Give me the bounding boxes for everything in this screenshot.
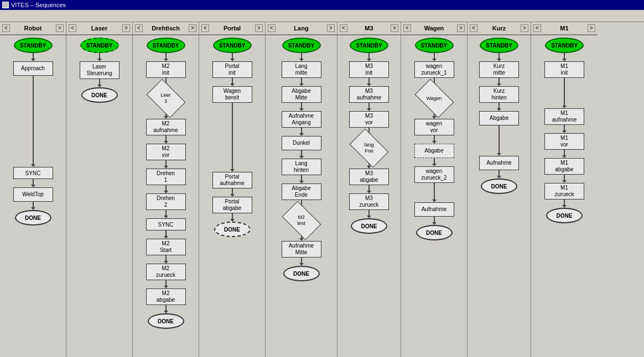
laser-done: DONE — [81, 87, 118, 103]
kurz-flow: STANDBY Kurzmitte Kurzhinten Abgabe Aufn… — [468, 35, 531, 194]
col-nav-right-drehtisch[interactable]: > — [189, 24, 196, 32]
m3-langfrei-diamond: langFrei — [350, 136, 388, 160]
column-m3: < M3 > STANDBY M3init M3aufnahme M3vor l… — [337, 22, 401, 357]
v2 — [99, 79, 100, 85]
m3-init: M3init — [349, 61, 389, 78]
col-nav-left-lang[interactable]: < — [268, 24, 276, 32]
drehtisch-m2zurueck: M2zurueck — [146, 264, 186, 280]
portal-abgabe: Portalabgabe — [212, 197, 252, 213]
col-title-robot: Robot — [10, 25, 56, 32]
portal-aufnahme: Portalaufnahme — [212, 172, 252, 188]
kurz-standby: STANDBY — [480, 38, 518, 53]
col-nav-left-m3[interactable]: < — [340, 24, 347, 32]
wagen-done: DONE — [416, 225, 453, 240]
portal-wagenbereit: Wagenbereit — [212, 86, 252, 103]
column-lang: < Lang > STANDBY Langmitte AbgabeMitte A… — [266, 22, 337, 357]
drehtisch-m2init: M2init — [146, 61, 186, 78]
lang-done: DONE — [283, 266, 320, 281]
laser-flow: STANDBY LaserSteuerung DONE — [66, 35, 132, 103]
col-nav-right-lang[interactable]: > — [327, 24, 335, 32]
robot-done: DONE — [15, 210, 51, 225]
col-nav-left-drehtisch[interactable]: < — [135, 24, 143, 32]
robot-sync: SYNC — [13, 167, 53, 179]
laser-steuerung: LaserSteuerung — [80, 61, 120, 79]
m3-zurueck: M3zurueck — [349, 193, 389, 210]
wagen-diamond: Wagen — [415, 86, 454, 111]
m1-aufnahme: M1aufnahme — [544, 108, 584, 125]
portal-init: Portalinit — [212, 61, 252, 78]
column-drehtisch: < Drehtisch > STANDBY M2init Leer3 M2auf… — [133, 22, 199, 357]
title-bar: VITES – Sequences — [0, 0, 644, 10]
main-container: < Robot > STANDBY Approach SYNC WeldTop … — [0, 10, 644, 357]
drehtisch-m2start: M2Start — [146, 239, 186, 255]
lang-flow: STANDBY Langmitte AbgabeMitte AufnahmeAn… — [266, 35, 337, 281]
column-m1: < M1 > STANDBY M1init M1aufnahme M1vor M… — [531, 22, 598, 357]
kurz-hinten: Kurzhinten — [479, 86, 519, 103]
kurz-aufnahme: Aufnahme — [479, 156, 519, 170]
drehtisch-done: DONE — [148, 313, 184, 329]
m1-standby: STANDBY — [545, 38, 584, 53]
m1-init: M1init — [544, 61, 584, 78]
drehtisch-m2vor: M2vor — [146, 144, 186, 160]
drehtisch-drehen2: Drehen2 — [146, 193, 186, 210]
col-nav-right-laser[interactable]: > — [122, 24, 130, 32]
m3-abgabe: M3abgabe — [349, 169, 389, 185]
col-title-wagen: Wagen — [411, 25, 457, 32]
portal-standby: STANDBY — [213, 38, 252, 53]
wagen-aufnahme: Aufnahme — [414, 202, 454, 217]
drehtisch-sync: SYNC — [146, 218, 186, 230]
col-nav-left-wagen[interactable]: < — [403, 24, 411, 32]
app-icon — [2, 2, 9, 8]
column-header-laser: < Laser > — [66, 22, 132, 35]
column-wagen: < Wagen > STANDBY wagenzurueck_1 Wagen w… — [401, 22, 468, 357]
wagen-abgabe: Abgabe — [414, 144, 454, 158]
col-nav-right-m3[interactable]: > — [391, 24, 398, 32]
column-header-robot: < Robot > — [0, 22, 66, 35]
col-title-m1: M1 — [541, 25, 588, 32]
col-nav-right-robot[interactable]: > — [56, 24, 64, 32]
col-nav-right-portal[interactable]: > — [255, 24, 263, 32]
col-nav-left-kurz[interactable]: < — [470, 24, 477, 32]
wagen-standby: STANDBY — [415, 38, 454, 53]
col-nav-right-wagen[interactable]: > — [457, 24, 465, 32]
drehtisch-m2aufnahme: M2aufnahme — [146, 119, 186, 135]
lang-abgabe-ende: AbgabeEnde — [282, 183, 321, 200]
lang-standby: STANDBY — [282, 38, 321, 53]
portal-done: DONE — [214, 222, 251, 237]
lang-abgabe-mitte: AbgabeMitte — [282, 86, 321, 103]
col-title-drehtisch: Drehtisch — [143, 25, 189, 32]
robot-approach: Approach — [13, 61, 53, 76]
m3-done: DONE — [351, 218, 387, 234]
sequences-area[interactable]: < Robot > STANDBY Approach SYNC WeldTop … — [0, 22, 644, 357]
m1-zurueck: M1zurueck — [544, 183, 584, 200]
column-header-kurz: < Kurz > — [468, 22, 531, 35]
col-nav-right-kurz[interactable]: > — [521, 24, 528, 32]
m3-flow: STANDBY M3init M3aufnahme M3vor langFrei… — [337, 35, 401, 234]
drehtisch-m2abgabe: M2abgabe — [146, 288, 186, 305]
laser-standby: STANDBY — [80, 38, 119, 53]
v1 — [33, 53, 34, 59]
col-nav-left-robot[interactable]: < — [2, 24, 10, 32]
column-laser: < Laser > STANDBY LaserSteuerung DONE — [66, 22, 133, 357]
col-nav-left-m1[interactable]: < — [533, 24, 541, 32]
toolbar — [0, 10, 644, 22]
lang-dunkel: Dunkel — [282, 136, 321, 150]
m1-vor: M1vor — [544, 133, 584, 150]
window-title: VITES – Sequences — [11, 2, 66, 8]
col-nav-left-laser[interactable]: < — [69, 24, 76, 32]
drehtisch-standby: STANDBY — [147, 38, 185, 53]
lang-aufnahme-mitte: AufnahmeMitte — [282, 241, 321, 258]
column-portal: < Portal > STANDBY Portalinit Wagenberei… — [199, 22, 266, 357]
kurz-done: DONE — [481, 179, 517, 194]
col-title-lang: Lang — [276, 25, 327, 32]
col-nav-left-portal[interactable]: < — [201, 24, 209, 32]
column-header-wagen: < Wagen > — [401, 22, 467, 35]
col-nav-right-m1[interactable]: > — [588, 24, 595, 32]
column-kurz: < Kurz > STANDBY Kurzmitte Kurzhinten Ab… — [468, 22, 531, 357]
column-header-m3: < M3 > — [337, 22, 401, 35]
column-robot: < Robot > STANDBY Approach SYNC WeldTop … — [0, 22, 66, 357]
m1-abgabe: M1abgabe — [544, 158, 584, 175]
column-header-m1: < M1 > — [531, 22, 598, 35]
robot-standby: STANDBY — [14, 38, 53, 53]
col-title-portal: Portal — [209, 25, 255, 32]
